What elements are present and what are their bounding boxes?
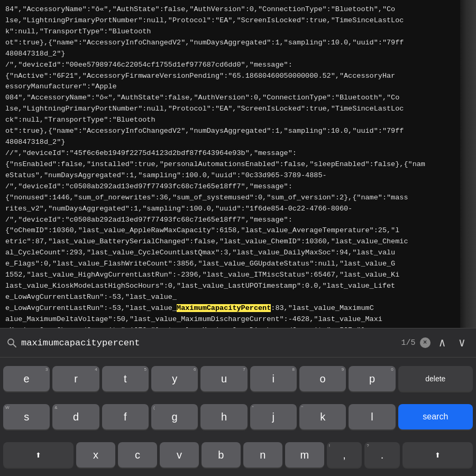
svg-point-0	[8, 339, 14, 345]
keyboard-row-3: ⬆ x c v b n m ! , ? . ⬆	[1, 436, 475, 474]
key-g[interactable]: ( g	[151, 404, 198, 429]
search-input[interactable]	[21, 338, 397, 348]
shift-key-right[interactable]: ⬆	[402, 442, 473, 468]
keyboard-row-2: W s & d f ( g h " j " k l search	[1, 398, 475, 436]
key-r[interactable]: 4 r	[52, 366, 99, 391]
key-m[interactable]: m	[285, 442, 324, 468]
key-f[interactable]: f	[102, 404, 149, 429]
search-bar: 1/5 × ∧ ∨	[0, 328, 476, 358]
right-edge-shadow	[460, 0, 476, 328]
key-b[interactable]: b	[202, 442, 241, 468]
key-x[interactable]: x	[76, 442, 115, 468]
key-e[interactable]: 3 e	[3, 366, 50, 391]
keyboard-row-1: 3 e 4 r 5 t 6 y 7 u 8 i 9 o 0 p	[1, 360, 475, 398]
svg-line-1	[13, 344, 16, 347]
key-period[interactable]: ? .	[364, 442, 400, 468]
key-y[interactable]: 6 y	[151, 366, 198, 391]
key-j[interactable]: " j	[250, 404, 297, 429]
shift-key[interactable]: ⬆	[3, 442, 74, 468]
key-h[interactable]: h	[200, 404, 247, 429]
log-text-area: 84","AccessoryName":"ô«","AuthState":fal…	[0, 0, 460, 328]
key-p[interactable]: 0 p	[349, 366, 395, 391]
key-o[interactable]: 9 o	[299, 366, 346, 391]
key-comma[interactable]: ! ,	[327, 442, 362, 468]
key-v[interactable]: v	[160, 442, 199, 468]
search-key[interactable]: search	[398, 404, 473, 429]
search-magnifier-icon	[6, 337, 17, 348]
nav-up-button[interactable]: ∧	[435, 334, 450, 352]
key-s[interactable]: W s	[3, 404, 50, 429]
key-k[interactable]: " k	[299, 404, 346, 429]
key-c[interactable]: c	[118, 442, 157, 468]
key-n[interactable]: n	[243, 442, 282, 468]
key-t[interactable]: 5 t	[102, 366, 149, 391]
key-l[interactable]: l	[349, 404, 395, 429]
keyboard: 3 e 4 r 5 t 6 y 7 u 8 i 9 o 0 p	[0, 358, 476, 476]
key-i[interactable]: 8 i	[250, 366, 297, 391]
key-u[interactable]: 7 u	[200, 366, 247, 391]
key-d[interactable]: & d	[52, 404, 99, 429]
clear-button[interactable]: ×	[420, 337, 431, 348]
search-count: 1/5	[401, 338, 415, 347]
nav-down-button[interactable]: ∨	[454, 334, 470, 352]
delete-key[interactable]: delete	[398, 366, 473, 391]
